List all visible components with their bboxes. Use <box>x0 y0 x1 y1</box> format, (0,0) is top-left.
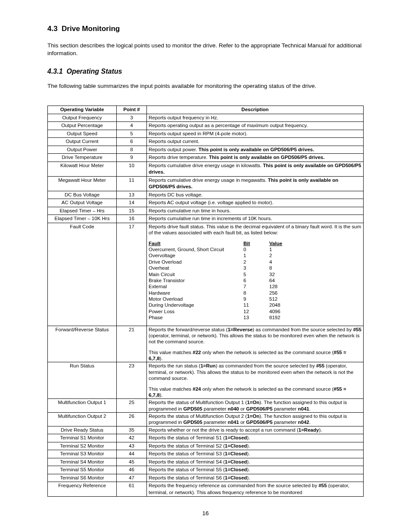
cell-point: 5 <box>117 130 147 138</box>
cell-point: 9 <box>117 154 147 162</box>
cell-point: 3 <box>117 114 147 122</box>
cell-description: Reports the status of Terminal S6 (1=Clo… <box>147 474 364 482</box>
cell-description: Reports output power. This point is only… <box>147 146 364 154</box>
cell-description: Reports operating output as a percentage… <box>147 122 364 130</box>
cell-variable: Terminal S1 Monitor <box>48 434 117 442</box>
fault-row: Overcurrent, Ground, Short Circuit01 <box>149 246 361 252</box>
cell-description: Reports drive fault status. This value i… <box>147 223 364 326</box>
table-row: Forward/Reverse Status 21 Reports the fo… <box>48 326 364 362</box>
cell-description: Reports cumulative drive energy usage in… <box>147 176 364 191</box>
cell-point: 35 <box>117 426 147 434</box>
table-row: Terminal S5 Monitor46Reports the status … <box>48 466 364 474</box>
cell-point: 44 <box>117 450 147 458</box>
fault-bit-table: Fault Bit Value Overcurrent, Ground, Sho… <box>149 240 361 321</box>
fault-row: Brake Transistor664 <box>149 277 361 283</box>
fault-row: Overvoltage12 <box>149 252 361 258</box>
cell-variable: Megawatt Hour Meter <box>48 176 117 191</box>
table-row: Terminal S1 Monitor42Reports the status … <box>48 434 364 442</box>
cell-variable: Output Percentage <box>48 122 117 130</box>
table-row: Elapsed Timer – 10K Hrs16Reports cumulat… <box>48 215 364 223</box>
table-row: Output Frequency3Reports output frequenc… <box>48 114 364 122</box>
cell-description: Reports the status of Terminal S4 (1=Clo… <box>147 458 364 466</box>
col-operating-variable: Operating Variable <box>48 106 117 114</box>
fault-row: Motor Overload9512 <box>149 296 361 302</box>
cell-description: Reports cumulative run time in increment… <box>147 215 364 223</box>
cell-variable: Terminal S5 Monitor <box>48 466 117 474</box>
cell-description: Reports the forward/reverse status (1=Re… <box>147 326 364 362</box>
cell-variable: Multifunction Output 1 <box>48 399 117 413</box>
cell-point: 11 <box>117 176 147 191</box>
cell-point: 23 <box>117 362 147 399</box>
table-row: Megawatt Hour Meter11Reports cumulative … <box>48 176 364 191</box>
cell-variable: Output Frequency <box>48 114 117 122</box>
cell-variable: Output Power <box>48 146 117 154</box>
section-title: Drive Monitoring <box>62 25 120 33</box>
cell-description: Reports cumulative drive energy usage in… <box>147 162 364 176</box>
fault-row: Drive Overload24 <box>149 259 361 265</box>
cell-point: 25 <box>117 399 147 413</box>
table-row: Terminal S4 Monitor45Reports the status … <box>48 458 364 466</box>
table-row: Multifunction Output 1 25 Reports the st… <box>48 399 364 413</box>
cell-description: Reports DC bus voltage. <box>147 191 364 199</box>
cell-description: Reports cumulative run time in hours. <box>147 207 364 215</box>
subsection-heading: 4.3.1 Operating Status <box>47 67 364 76</box>
section-heading: 4.3 Drive Monitoring <box>47 24 364 34</box>
cell-description: Reports the status of Terminal S5 (1=Clo… <box>147 466 364 474</box>
table-row: Drive Temperature9Reports drive temperat… <box>48 154 364 162</box>
cell-description: Reports AC output voltage (i.e. voltage … <box>147 199 364 207</box>
cell-description: Reports drive temperature. This point is… <box>147 154 364 162</box>
table-row: Output Current6Reports output current. <box>48 138 364 146</box>
cell-variable: Drive Ready Status <box>48 426 117 434</box>
col-description: Description <box>147 106 364 114</box>
cell-variable: Terminal S3 Monitor <box>48 450 117 458</box>
table-row: Output Power8Reports output power. This … <box>48 146 364 154</box>
cell-description: Reports the status of Terminal S2 (1=Clo… <box>147 442 364 450</box>
cell-variable: Output Speed <box>48 130 117 138</box>
cell-point: 61 <box>117 482 147 497</box>
cell-point: 45 <box>117 458 147 466</box>
fault-row: Main Circuit532 <box>149 271 361 277</box>
table-row: Terminal S6 Monitor47Reports the status … <box>48 474 364 482</box>
section-number: 4.3 <box>47 25 58 33</box>
cell-description: Reports the status of Multifunction Outp… <box>147 413 364 426</box>
cell-variable: Output Current <box>48 138 117 146</box>
fault-row: Overheat38 <box>149 265 361 271</box>
table-row: DC Bus Voltage13Reports DC bus voltage. <box>48 191 364 199</box>
cell-point: 13 <box>117 191 147 199</box>
fault-row: During Undervoltage112048 <box>149 302 361 308</box>
fault-row: Hardware8256 <box>149 290 361 296</box>
cell-point: 4 <box>117 122 147 130</box>
cell-point: 43 <box>117 442 147 450</box>
cell-variable: Terminal S2 Monitor <box>48 442 117 450</box>
table-row: Terminal S3 Monitor44Reports the status … <box>48 450 364 458</box>
cell-description: Reports output current. <box>147 138 364 146</box>
cell-variable: Terminal S4 Monitor <box>48 458 117 466</box>
table-row: Output Speed5Reports output speed in RPM… <box>48 130 364 138</box>
cell-point: 6 <box>117 138 147 146</box>
cell-variable: Multifunction Output 2 <box>48 413 117 426</box>
cell-variable: Forward/Reverse Status <box>48 326 117 362</box>
table-row: Run Status 23 Reports the run status (1=… <box>48 362 364 399</box>
cell-point: 17 <box>117 223 147 326</box>
cell-variable: Kilowatt Hour Meter <box>48 162 117 176</box>
table-row: Elapsed Timer – Hrs15Reports cumulative … <box>48 207 364 215</box>
cell-description: Reports the status of Terminal S1 (1=Clo… <box>147 434 364 442</box>
table-row: Frequency Reference 61 Reports the frequ… <box>48 482 364 497</box>
cell-point: 26 <box>117 413 147 426</box>
cell-point: 16 <box>117 215 147 223</box>
cell-variable: Elapsed Timer – Hrs <box>48 207 117 215</box>
page-number: 16 <box>47 510 364 517</box>
col-point-number: Point # <box>117 106 147 114</box>
fault-row: Phase138192 <box>149 314 361 320</box>
cell-variable: DC Bus Voltage <box>48 191 117 199</box>
cell-variable: Terminal S6 Monitor <box>48 474 117 482</box>
cell-point: 8 <box>117 146 147 154</box>
subsection-intro: The following table summarizes the input… <box>47 82 364 90</box>
table-row: Kilowatt Hour Meter10Reports cumulative … <box>48 162 364 176</box>
cell-description: Reports the run status (1=Run) as comman… <box>147 362 364 399</box>
cell-description: Reports the status of Terminal S3 (1=Clo… <box>147 450 364 458</box>
fault-row: External7128 <box>149 283 361 289</box>
cell-variable: Drive Temperature <box>48 154 117 162</box>
cell-description: Reports the status of Multifunction Outp… <box>147 399 364 413</box>
table-header-row: Operating Variable Point # Description <box>48 106 364 114</box>
